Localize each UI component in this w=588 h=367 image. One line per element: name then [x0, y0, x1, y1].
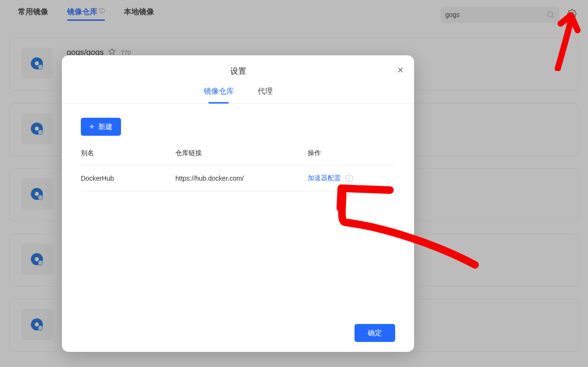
confirm-button[interactable]: 确定 — [355, 324, 395, 342]
plus-icon: + — [89, 122, 95, 131]
new-repo-button[interactable]: + 新建 — [81, 118, 121, 136]
close-icon — [397, 66, 404, 76]
accelerator-config-link[interactable]: 加速器配置 — [308, 174, 341, 182]
table-row: DockerHub https://hub.docker.com/ 加速器配置 … — [81, 166, 395, 192]
cell-alias: DockerHub — [81, 166, 175, 192]
modal-tab-proxy[interactable]: 代理 — [258, 87, 273, 103]
info-icon: i — [346, 175, 353, 182]
modal-close-button[interactable] — [395, 66, 406, 76]
settings-modal: 设置 镜像仓库 代理 + 新建 别名 仓库链接 操作 DockerHub htt… — [62, 55, 414, 352]
col-op: 操作 — [308, 149, 395, 166]
cell-link: https://hub.docker.com/ — [175, 166, 308, 192]
modal-tab-repo[interactable]: 镜像仓库 — [204, 87, 234, 103]
col-alias: 别名 — [81, 149, 175, 166]
repo-table: 别名 仓库链接 操作 DockerHub https://hub.docker.… — [81, 149, 395, 192]
modal-title: 设置 — [230, 66, 246, 77]
new-repo-label: 新建 — [98, 122, 112, 131]
col-link: 仓库链接 — [175, 149, 308, 166]
